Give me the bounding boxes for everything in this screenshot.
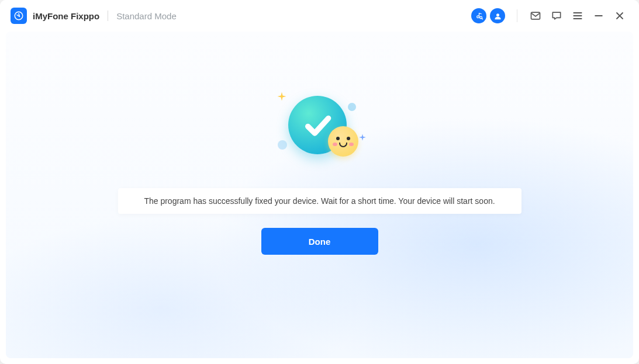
app-window: iMyFone Fixppo Standard Mode [0, 0, 639, 364]
mode-label: Standard Mode [116, 11, 177, 21]
feedback-button[interactable] [548, 7, 565, 25]
status-message-text: The program has successfully fixed your … [144, 196, 495, 206]
close-button[interactable] [611, 7, 628, 25]
status-message: The program has successfully fixed your … [118, 188, 521, 214]
sparkle-icon [277, 91, 287, 102]
mail-button[interactable] [527, 7, 544, 25]
success-illustration [267, 90, 372, 172]
music-search-button[interactable] [471, 8, 486, 23]
menu-button[interactable] [569, 7, 586, 25]
titlebar: iMyFone Fixppo Standard Mode [0, 0, 639, 32]
main-content: The program has successfully fixed your … [6, 32, 633, 358]
account-button[interactable] [490, 8, 505, 23]
smiley-face-icon [328, 126, 358, 157]
app-title: iMyFone Fixppo [33, 11, 99, 21]
decor-bubble [278, 140, 287, 150]
svg-point-2 [496, 13, 499, 16]
done-button[interactable]: Done [261, 228, 378, 255]
minimize-button[interactable] [590, 7, 607, 25]
app-logo-icon [11, 8, 27, 24]
title-divider [108, 11, 108, 21]
titlebar-controls [471, 7, 628, 25]
decor-bubble [348, 103, 356, 111]
sparkle-icon [358, 133, 367, 141]
controls-divider [517, 9, 517, 22]
